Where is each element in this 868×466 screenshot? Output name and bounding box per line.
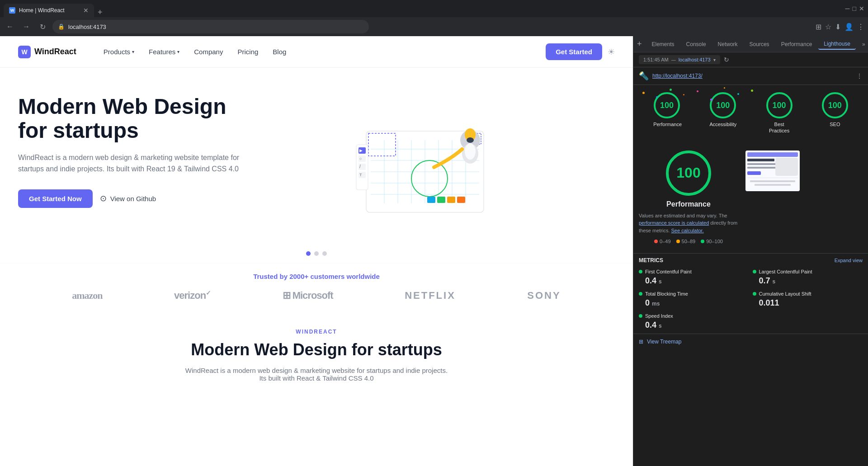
carousel-dot-1[interactable] [306, 251, 311, 256]
nav-products[interactable]: Products ▾ [104, 48, 134, 56]
nav-company[interactable]: Company [194, 48, 223, 56]
hero-image: ▶ ○ / T [344, 95, 515, 231]
tab-favicon: W [9, 7, 15, 14]
window-close-button[interactable]: ✕ [859, 5, 864, 12]
back-button[interactable]: ← [4, 20, 16, 33]
big-score-title: Performance [666, 200, 711, 208]
dropdown-arrow[interactable]: ▾ [713, 57, 716, 62]
section-label: WINDREACT [18, 329, 615, 335]
new-tab-button[interactable]: + [98, 8, 103, 17]
svg-rect-36 [747, 159, 774, 161]
tab-performance[interactable]: Performance [776, 39, 818, 49]
metrics-title: METRICS [639, 257, 663, 264]
nav-features[interactable]: Features ▾ [149, 48, 179, 56]
score-circle-performance: 100 [654, 92, 680, 118]
svg-rect-43 [755, 184, 791, 186]
svg-rect-15 [437, 197, 445, 203]
svg-rect-35 [747, 152, 798, 157]
svg-rect-42 [750, 180, 795, 182]
website-content: W WindReact Products ▾ Features ▾ Compan… [0, 36, 633, 466]
metric-tbt-dot [639, 292, 642, 296]
svg-rect-17 [457, 197, 465, 203]
theme-toggle-button[interactable]: ☀ [608, 47, 615, 57]
tab-lighthouse[interactable]: Lighthouse [818, 39, 856, 50]
lh-more-icon[interactable]: ⋮ [856, 72, 863, 80]
nav-pricing[interactable]: Pricing [237, 48, 258, 56]
active-tab[interactable]: W Home | WindReact ✕ [4, 4, 94, 17]
devtools-panel: + Elements Console Network Sources Perfo… [633, 36, 868, 466]
svg-text:▶: ▶ [359, 148, 363, 153]
big-score-center: 100 Performance Values are estimated and… [639, 151, 738, 245]
metric-si-value: 0.4 s [645, 320, 749, 330]
legend-good-dot [701, 240, 704, 243]
score-label-performance: Performance [653, 121, 680, 127]
svg-rect-40 [775, 158, 798, 176]
extensions-icon[interactable]: ⊞ [816, 23, 821, 31]
metric-cls-label: Cumulative Layout Shift [753, 291, 863, 297]
legend-fail: 0–49 [654, 239, 670, 244]
big-score-circle: 100 [666, 151, 711, 196]
metric-lcp-value: 0.7 s [759, 276, 863, 286]
github-link[interactable]: ⊙ View on Github [100, 193, 156, 203]
download-icon[interactable]: ⬇ [835, 23, 841, 31]
svg-point-31 [467, 137, 474, 143]
see-calculator-link[interactable]: See calculator. [671, 228, 704, 233]
site-logo[interactable]: W WindReact [18, 46, 76, 58]
perf-score-link[interactable]: performance score is calculated [639, 220, 709, 226]
svg-rect-41 [747, 178, 798, 178]
expand-view-button[interactable]: Expand view [835, 258, 863, 263]
toolbar-time: 1:51:45 AM [643, 57, 669, 62]
metric-fcp-label: First Contentful Paint [639, 269, 749, 274]
nav-blog[interactable]: Blog [273, 48, 286, 56]
minimize-button[interactable]: ─ [845, 5, 850, 12]
big-score-section: 100 Performance Values are estimated and… [633, 141, 868, 254]
devtools-reload-icon[interactable]: ↻ [724, 56, 729, 63]
svg-rect-38 [747, 167, 779, 169]
metric-cls-dot [753, 292, 756, 296]
lighthouse-url[interactable]: http://localhost:4173/ [652, 73, 703, 79]
tab-elements[interactable]: Elements [646, 39, 680, 49]
metric-tbt-value: 0 ms [645, 298, 749, 308]
tab-more[interactable]: » [857, 39, 868, 49]
maximize-button[interactable]: □ [853, 5, 856, 12]
score-seo: 100 SEO [822, 92, 848, 127]
metric-tbt: Total Blocking Time 0 ms [639, 291, 749, 308]
score-description: Values are estimated and may vary. The p… [639, 212, 738, 235]
menu-icon[interactable]: ⋮ [857, 23, 864, 31]
metric-fcp: First Contentful Paint 0.4 s [639, 269, 749, 286]
score-legend: 0–49 50–89 90–100 [654, 239, 723, 244]
bookmark-icon[interactable]: ☆ [825, 23, 831, 31]
score-accessibility: 100 Accessibility [709, 92, 736, 127]
reload-button[interactable]: ↻ [36, 20, 49, 33]
metrics-section: METRICS Expand view First Contentful Pai… [633, 254, 868, 334]
section-desc: WindReact is a modern web design & marke… [181, 367, 452, 382]
legend-fail-dot [654, 240, 658, 243]
lighthouse-logo: 🔦 [639, 71, 649, 81]
toolbar-url: localhost:4173 [679, 57, 711, 62]
devtools-add-button[interactable]: + [637, 39, 642, 49]
metric-si-dot [639, 314, 642, 318]
carousel-dots [0, 244, 633, 263]
get-started-button[interactable]: Get Started Now [18, 189, 93, 208]
devtools-url-bar[interactable]: 1:51:45 AM — localhost:4173 ▾ [639, 55, 720, 64]
metric-si: Speed Index 0.4 s [639, 313, 749, 330]
nav-cta-button[interactable]: Get Started [546, 43, 602, 60]
metric-cls-value: 0.011 [759, 298, 863, 308]
carousel-dot-2[interactable] [314, 251, 319, 256]
address-text: localhost:4173 [68, 24, 106, 30]
address-bar[interactable]: 🔒 localhost:4173 [52, 20, 369, 33]
metric-tbt-label: Total Blocking Time [639, 291, 749, 297]
view-treemap-button[interactable]: ⊞ View Treemap [633, 334, 868, 349]
verizon-logo: verizon✓ [174, 289, 211, 301]
forward-button[interactable]: → [20, 20, 33, 33]
tab-close-button[interactable]: ✕ [83, 7, 89, 14]
tab-network[interactable]: Network [712, 39, 743, 49]
carousel-dot-3[interactable] [322, 251, 327, 256]
svg-text:/: / [359, 164, 361, 169]
brand-logos: amazon verizon✓ ⊞ Microsoft NETFLIX SONY [18, 289, 615, 301]
profile-icon[interactable]: 👤 [844, 23, 854, 31]
hero-description: WindReact is a modern web design & marke… [18, 152, 244, 175]
tab-console[interactable]: Console [681, 39, 712, 49]
logo-icon: W [18, 46, 31, 58]
tab-sources[interactable]: Sources [744, 39, 775, 49]
